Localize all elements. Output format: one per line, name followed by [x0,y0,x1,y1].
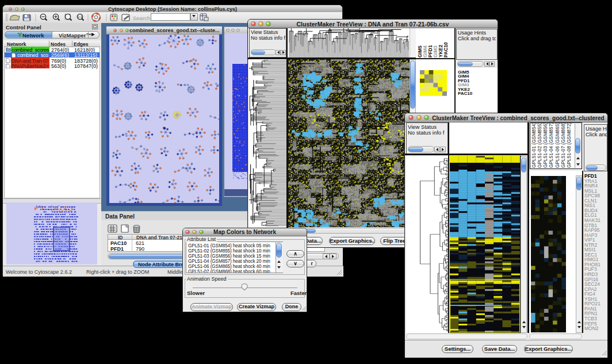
svg-text:1:1: 1:1 [78,15,82,18]
svg-text:GPL51-07 (GSM868): GPL51-07 (GSM868) [560,122,566,168]
svg-text:GPL51-08 (GSM872): GPL51-08 (GSM872) [566,122,572,168]
svg-text:PAC10: PAC10 [443,42,449,58]
svg-text:GPL51-03 (GSM856): GPL51-03 (GSM856) [542,122,548,168]
svg-text:GPL51-01 (GSM854): GPL51-01 (GSM854) [531,122,537,168]
svg-text:GPL51-06 (GSM865): GPL51-06 (GSM865) [554,122,560,168]
svg-text:GPL51-02 (GSM855): GPL51-02 (GSM855) [537,122,542,168]
svg-text:GPL51-04 (GSM857): GPL51-04 (GSM857) [548,122,554,168]
